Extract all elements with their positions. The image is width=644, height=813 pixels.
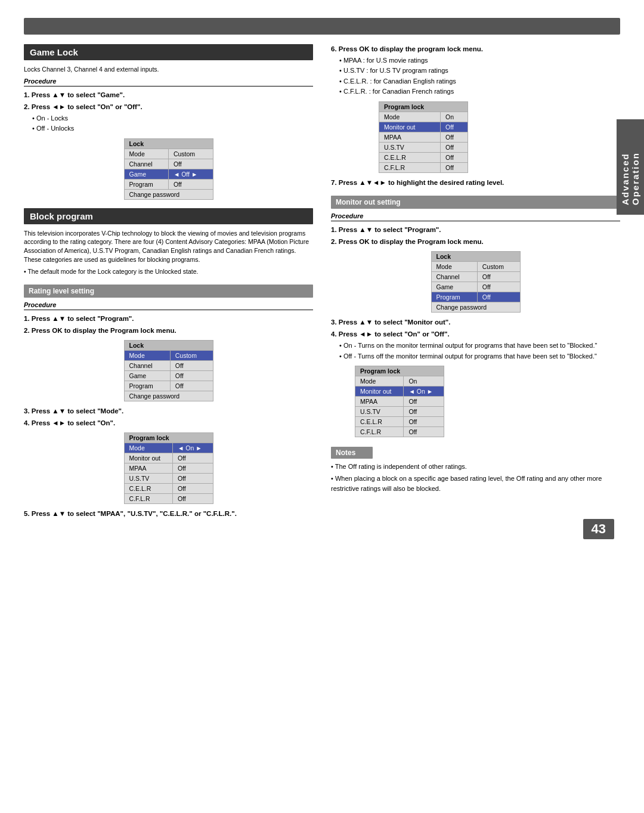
lock-row-game-label: Game — [124, 169, 168, 179]
monitor-out-section: Monitor out setting Procedure 1. Press ▲… — [331, 196, 620, 437]
game-lock-description: Locks Channel 3, Channel 4 and external … — [24, 65, 313, 74]
bullet-off: Off - Unlocks — [32, 124, 313, 133]
bullet-on: On - Locks — [32, 114, 313, 123]
rating-step1: 1. Press ▲▼ to select "Program". — [24, 314, 313, 323]
rpl-monout-label: Monitor out — [379, 122, 441, 132]
game-lock-step1: 1. Press ▲▼ to select "Game". — [24, 90, 313, 100]
mpl-mpaa-label: MPAA — [355, 396, 404, 406]
ml-channel-label: Channel — [431, 271, 477, 282]
rl-game-label: Game — [124, 371, 170, 381]
game-lock-title: Game Lock — [24, 44, 313, 60]
lock-row-channel-val: Off — [168, 159, 213, 169]
rating-lock-header: Lock — [124, 341, 213, 351]
mpl-ustv-val: Off — [404, 406, 444, 416]
right-step7: 7. Press ▲▼◄► to highlight the desired r… — [331, 178, 620, 187]
lock-table-header: Lock — [124, 138, 213, 149]
pl-mpaa-val: Off — [172, 463, 213, 474]
pl-mode-val: ◄ On ► — [172, 443, 213, 453]
rl-program-val: Off — [170, 381, 213, 391]
rpl-cflr-label: C.F.L.R — [379, 162, 441, 172]
monitor-out-title: Monitor out setting — [331, 196, 620, 209]
mpl-mpaa-val: Off — [404, 396, 444, 406]
mpl-mode-label: Mode — [355, 376, 404, 386]
game-lock-table: Lock ModeCustom ChannelOff Game◄ Off ► P… — [124, 138, 213, 200]
notes-section: Notes • The Off rating is independent of… — [331, 447, 620, 494]
mpl-cflr-label: C.F.L.R — [355, 426, 404, 437]
mpl-cflr-val: Off — [404, 426, 444, 437]
rpl-celr-val: Off — [441, 152, 468, 162]
lock-row-program-label: Program — [124, 179, 168, 189]
rating-step2: 2. Press OK to display the Program lock … — [24, 326, 313, 335]
step6-bullet-mpaa: MPAA : for U.S movie ratings — [339, 56, 620, 65]
mpl-celr-val: Off — [404, 416, 444, 426]
monitor-bullets: On - Turns on the monitor terminal outpu… — [339, 341, 620, 361]
step6-bullet-cflr: C.F.L.R. : for Canadian French ratings — [339, 87, 620, 96]
game-lock-section: Game Lock Locks Channel 3, Channel 4 and… — [24, 44, 313, 200]
rl-password: Change password — [124, 391, 213, 401]
lock-row-game-val: ◄ Off ► — [168, 169, 213, 179]
rpl-cflr-val: Off — [441, 162, 468, 172]
lock-row-program-val: Off — [168, 179, 213, 189]
page-number: 43 — [583, 519, 614, 539]
game-lock-step2: 2. Press ◄► to select "On" or "Off". — [24, 102, 313, 112]
block-program-note: • The default mode for the Lock category… — [24, 267, 313, 276]
rpl-mode-val: On — [441, 112, 468, 122]
rl-game-val: Off — [170, 371, 213, 381]
pl-ustv-label: U.S.TV — [124, 474, 172, 484]
rl-program-label: Program — [124, 381, 170, 391]
lock-row-password: Change password — [124, 189, 213, 199]
rl-channel-val: Off — [170, 361, 213, 371]
ml-password: Change password — [431, 302, 520, 312]
rating-prog-lock-table: Program lock Mode◄ On ► Monitor outOff M… — [124, 432, 213, 504]
monitor-bullet-off: Off - Turns off the monitor terminal out… — [339, 352, 620, 361]
right-step6: 6. Press OK to display the program lock … — [331, 44, 620, 54]
monitor-procedure-label: Procedure — [331, 212, 620, 220]
pl-mpaa-label: MPAA — [124, 463, 172, 474]
rating-step3: 3. Press ▲▼ to select "Mode". — [24, 406, 313, 416]
rating-step4: 4. Press ◄► to select "On". — [24, 418, 313, 428]
notes-item2: • When placing a block on a specific age… — [331, 474, 620, 493]
step6-bullets: MPAA : for U.S movie ratings U.S.TV : fo… — [339, 56, 620, 97]
pl-celr-label: C.E.L.R — [124, 484, 172, 494]
right-prog-lock-header: Program lock — [379, 101, 468, 112]
lock-row-mode-val: Custom — [168, 149, 213, 159]
pl-cflr-label: C.F.L.R — [124, 494, 172, 504]
ml-program-val: Off — [477, 292, 520, 302]
mpl-mode-val: On — [404, 376, 444, 386]
rl-channel-label: Channel — [124, 361, 170, 371]
notes-content: • The Off rating is independent of other… — [331, 462, 620, 494]
monitor-step2: 2. Press OK to display the Program lock … — [331, 237, 620, 246]
ml-channel-val: Off — [477, 271, 520, 282]
lock-row-channel-label: Channel — [124, 159, 168, 169]
rpl-celr-label: C.E.L.R — [379, 152, 441, 162]
advanced-operation-tab: Advanced Operation — [617, 119, 644, 215]
block-program-section: Block program This television incorporat… — [24, 208, 313, 276]
rl-mode-val: Custom — [170, 351, 213, 361]
pl-mode-label: Mode — [124, 443, 172, 453]
rpl-ustv-label: U.S.TV — [379, 142, 441, 152]
ml-game-val: Off — [477, 282, 520, 292]
rating-level-title: Rating level setting — [24, 285, 313, 298]
lock-row-mode-label: Mode — [124, 149, 168, 159]
ml-mode-val: Custom — [477, 261, 520, 271]
rpl-mode-label: Mode — [379, 112, 441, 122]
rating-lock-table: Lock ModeCustom ChannelOff GameOff Progr… — [124, 340, 213, 401]
step6-bullet-ustv: U.S.TV : for U.S TV program ratings — [339, 66, 620, 75]
prog-lock-header: Program lock — [124, 433, 213, 443]
monitor-lock-header: Lock — [431, 251, 520, 261]
right-prog-lock-table: Program lock ModeOn Monitor outOff MPAAO… — [379, 101, 468, 173]
block-program-description: This television incorporates V-Chip tech… — [24, 229, 313, 264]
monitor-lock-table: Lock ModeCustom ChannelOff GameOff Progr… — [431, 251, 521, 313]
pl-ustv-val: Off — [172, 474, 213, 484]
mpl-header: Program lock — [355, 366, 444, 376]
rating-step5: 5. Press ▲▼ to select "MPAA", "U.S.TV", … — [24, 509, 313, 518]
mpl-ustv-label: U.S.TV — [355, 406, 404, 416]
rating-procedure-label: Procedure — [24, 301, 313, 308]
monitor-step4: 4. Press ◄► to select "On" or "Off". — [331, 329, 620, 339]
pl-monout-label: Monitor out — [124, 453, 172, 463]
notes-item1: • The Off rating is independent of other… — [331, 462, 620, 472]
ml-mode-label: Mode — [431, 261, 477, 271]
ml-program-label: Program — [431, 292, 477, 302]
step6-bullet-celr: C.E.L.R. : for Canadian English ratings — [339, 77, 620, 86]
rating-level-section: Rating level setting Procedure 1. Press … — [24, 285, 313, 518]
